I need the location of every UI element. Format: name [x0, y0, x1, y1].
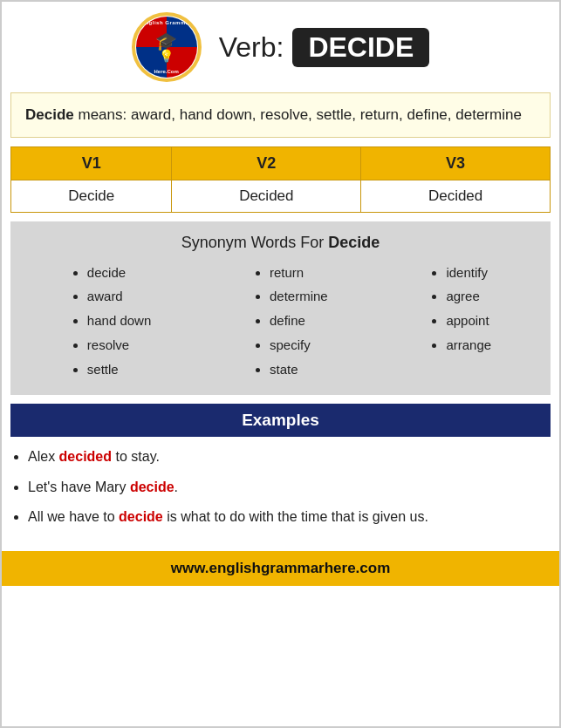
- footer-url: www.englishgrammarhere.com: [171, 560, 391, 576]
- list-item: hand down: [87, 309, 151, 333]
- synonym-col-3: identify agree appoint arrange: [428, 261, 491, 382]
- example-3-highlight: decide: [119, 509, 163, 524]
- list-item: state: [270, 357, 328, 382]
- col-v3: V3: [361, 146, 551, 180]
- logo-text-bottom: Here.Com: [136, 69, 197, 74]
- logo: English Grammar 🎓 💡 Here.Com: [132, 12, 202, 82]
- example-3-before: All we have to: [28, 509, 119, 524]
- meaning-box: Decide means: award, hand down, resolve,…: [10, 92, 551, 138]
- synonym-col-1: decide award hand down resolve settle: [70, 261, 151, 382]
- example-1-before: Alex: [28, 449, 59, 464]
- verb-label: Verb:: [219, 31, 284, 64]
- list-item: resolve: [87, 333, 151, 357]
- synonym-box: Synonym Words For Decide decide award ha…: [10, 221, 551, 396]
- cell-v3: Decided: [361, 180, 551, 212]
- graduation-cap-icon: 🎓: [155, 32, 177, 50]
- list-item: define: [270, 309, 328, 333]
- list-item: decide: [87, 261, 151, 285]
- logo-text-top: English Grammar: [136, 20, 197, 25]
- examples-header: Examples: [10, 404, 551, 437]
- list-item: specify: [270, 333, 328, 357]
- synonym-columns: decide award hand down resolve settle re…: [19, 261, 542, 382]
- example-2-highlight: decide: [130, 480, 174, 494]
- list-item: agree: [446, 284, 491, 309]
- synonym-title-bold: Decide: [328, 234, 380, 251]
- footer: www.englishgrammarhere.com: [2, 551, 559, 586]
- verb-forms-table: V1 V2 V3 Decide Decided Decided: [10, 146, 551, 213]
- example-2-after: .: [174, 480, 178, 494]
- list-item: arrange: [446, 333, 491, 357]
- list-item: appoint: [446, 309, 491, 333]
- list-item: identify: [446, 261, 491, 285]
- list-item: return: [270, 261, 328, 285]
- examples-list: Alex decided to stay. Let's have Mary de…: [2, 437, 559, 542]
- example-1-highlight: decided: [59, 449, 112, 464]
- example-3-after: is what to do with the time that is give…: [163, 509, 428, 524]
- verb-word-badge: DECIDE: [292, 28, 429, 67]
- list-item: Let's have Mary decide.: [28, 474, 542, 500]
- list-item: Alex decided to stay.: [28, 444, 542, 470]
- synonym-title: Synonym Words For Decide: [19, 234, 542, 252]
- list-item: award: [87, 284, 151, 309]
- cell-v2: Decided: [172, 180, 361, 212]
- cell-v1: Decide: [11, 180, 172, 212]
- synonym-col-2: return determine define specify state: [252, 261, 328, 382]
- meaning-bold: Decide: [25, 106, 74, 123]
- list-item: settle: [87, 357, 151, 382]
- table-row: Decide Decided Decided: [11, 180, 551, 212]
- logo-inner: English Grammar 🎓 💡 Here.Com: [136, 17, 197, 78]
- header-section: English Grammar 🎓 💡 Here.Com Verb: DECID…: [2, 2, 559, 92]
- example-1-after: to stay.: [112, 449, 160, 464]
- col-v1: V1: [11, 146, 172, 180]
- synonym-title-plain: Synonym Words For: [181, 234, 329, 251]
- example-2-before: Let's have Mary: [28, 480, 130, 494]
- bulb-icon: 💡: [159, 50, 174, 62]
- title-area: Verb: DECIDE: [219, 28, 430, 67]
- meaning-text: means: award, hand down, resolve, settle…: [74, 106, 522, 123]
- list-item: All we have to decide is what to do with…: [28, 504, 542, 530]
- col-v2: V2: [172, 146, 361, 180]
- list-item: determine: [270, 284, 328, 309]
